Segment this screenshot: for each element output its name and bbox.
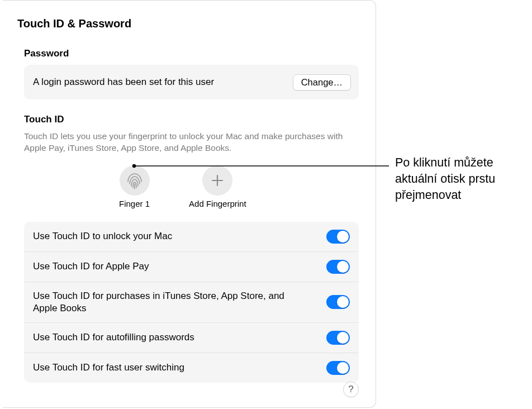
fingerprint-label: Finger 1 <box>119 199 150 208</box>
option-label: Use Touch ID to unlock your Mac <box>33 230 172 242</box>
toggle-autofill[interactable] <box>326 331 350 345</box>
option-autofill: Use Touch ID for autofilling passwords <box>24 323 359 353</box>
option-label: Use Touch ID for Apple Pay <box>33 260 149 273</box>
panel-title: Touch ID & Password <box>3 1 376 30</box>
panel-content: Password A login password has been set f… <box>3 30 376 383</box>
password-status-text: A login password has been set for this u… <box>33 77 214 88</box>
toggle-apple-pay[interactable] <box>326 260 350 274</box>
change-password-button[interactable]: Change… <box>293 74 351 91</box>
add-fingerprint-button[interactable]: Add Fingerprint <box>189 165 246 208</box>
password-card: A login password has been set for this u… <box>24 65 359 99</box>
touchid-options-card: Use Touch ID to unlock your Mac Use Touc… <box>24 222 359 383</box>
option-unlock-mac: Use Touch ID to unlock your Mac <box>24 222 359 252</box>
settings-panel: Touch ID & Password Password A login pas… <box>3 0 376 408</box>
fingerprint-item-1[interactable]: Finger 1 <box>119 165 150 208</box>
option-fast-user-switching: Use Touch ID for fast user switching <box>24 353 359 383</box>
plus-icon <box>202 165 232 196</box>
option-label: Use Touch ID for fast user switching <box>33 362 184 374</box>
fingerprint-icon <box>120 165 150 196</box>
option-label: Use Touch ID for purchases in iTunes Sto… <box>33 290 296 315</box>
toggle-unlock-mac[interactable] <box>326 230 350 244</box>
help-button[interactable]: ? <box>343 382 359 397</box>
toggle-purchases[interactable] <box>326 295 350 309</box>
toggle-fast-user-switching[interactable] <box>326 361 350 375</box>
touchid-description: Touch ID lets you use your fingerprint t… <box>24 131 359 154</box>
callout-text: Po kliknutí můžete aktuální otisk prstu … <box>395 155 529 203</box>
option-label: Use Touch ID for autofilling passwords <box>33 331 194 344</box>
password-section-label: Password <box>24 48 359 59</box>
option-purchases: Use Touch ID for purchases in iTunes Sto… <box>24 282 359 323</box>
touchid-section-label: Touch ID <box>24 114 359 125</box>
option-apple-pay: Use Touch ID for Apple Pay <box>24 252 359 282</box>
fingerprint-list: Finger 1 Add Fingerprint <box>24 165 359 208</box>
add-fingerprint-label: Add Fingerprint <box>189 199 246 208</box>
